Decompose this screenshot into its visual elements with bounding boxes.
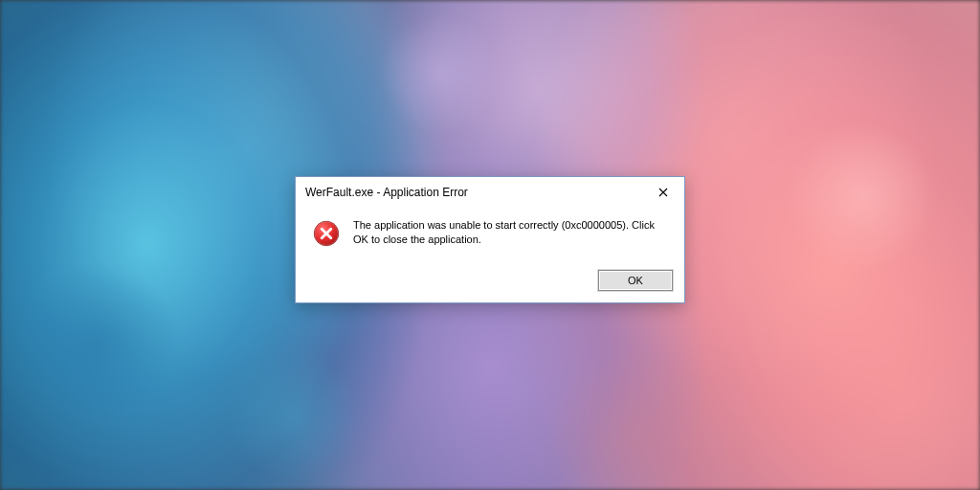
dialog-content: The application was unable to start corr…: [296, 207, 684, 264]
dialog-titlebar: WerFault.exe - Application Error: [296, 177, 684, 207]
dialog-message: The application was unable to start corr…: [353, 218, 671, 247]
dialog-button-row: OK: [296, 264, 684, 302]
ok-button[interactable]: OK: [598, 270, 673, 291]
error-icon: [313, 220, 340, 251]
close-button[interactable]: [650, 183, 677, 202]
error-dialog: WerFault.exe - Application Error: [295, 176, 685, 303]
dialog-title: WerFault.exe - Application Error: [305, 186, 468, 199]
close-icon: [658, 188, 668, 197]
